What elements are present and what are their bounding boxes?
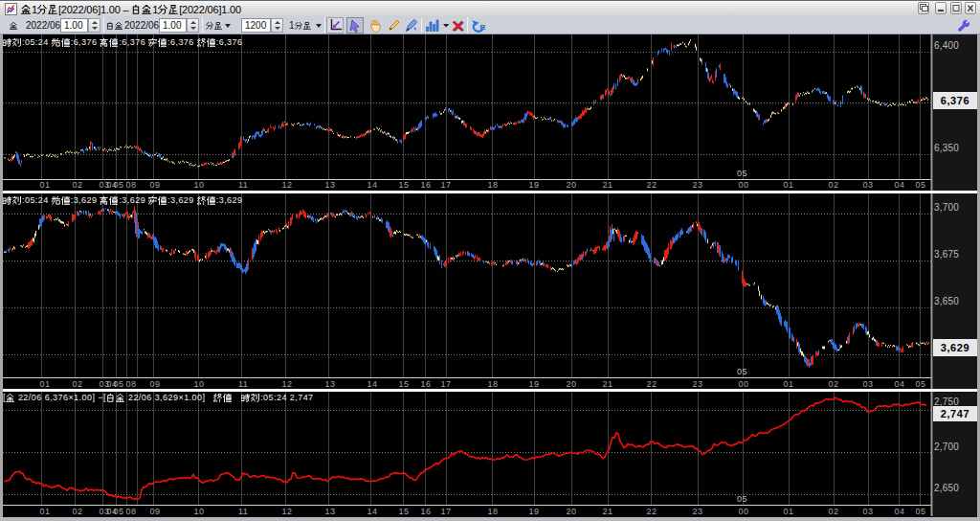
svg-text:R: R xyxy=(479,23,485,32)
